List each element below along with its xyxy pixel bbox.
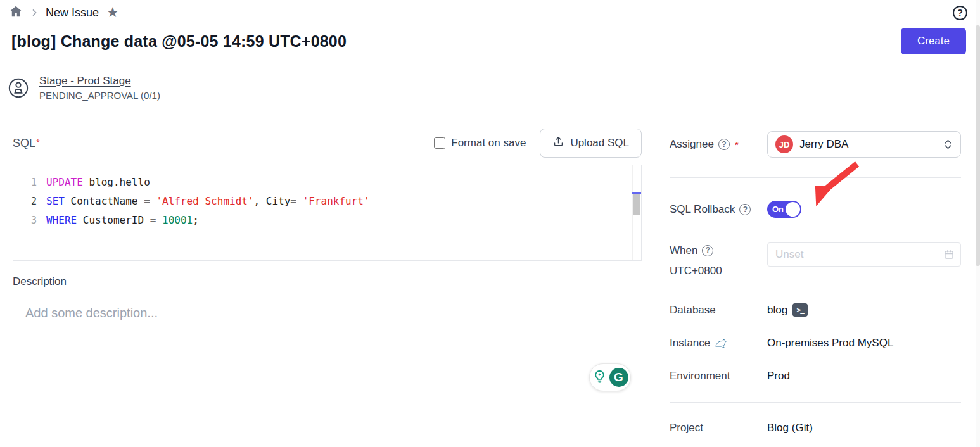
assignee-help-icon[interactable]: ?	[718, 139, 730, 150]
line-number: 1	[13, 173, 46, 192]
when-label: When ? UTC+0800	[670, 242, 767, 279]
stage-link[interactable]: Stage - Prod Stage	[39, 75, 160, 87]
sql-rollback-label: SQL Rollback ?	[670, 203, 767, 216]
stage-status-link[interactable]: PENDING_APPROVAL	[39, 90, 138, 101]
code-text: SET ContactName = 'Alfred Schmidt', City…	[46, 192, 370, 211]
toggle-knob	[786, 202, 800, 217]
instance-value: On-premises Prod MySQL	[767, 337, 893, 349]
upload-sql-label: Upload SQL	[570, 137, 629, 149]
calendar-icon	[943, 249, 955, 263]
suggestion-bulb-icon	[592, 369, 607, 386]
database-value[interactable]: blog	[767, 304, 787, 317]
project-row: Project Blog (Git)	[670, 422, 961, 434]
editor-scrollbar-thumb[interactable]	[633, 194, 640, 215]
assignee-value: Jerry DBA	[799, 138, 937, 151]
required-mark: *	[735, 139, 739, 150]
assignee-label: Assignee ? *	[670, 138, 767, 151]
mysql-dolphin-icon	[715, 337, 729, 349]
assignee-select[interactable]: JD Jerry DBA	[767, 131, 961, 158]
annotation-arrow-icon	[795, 161, 865, 213]
issue-sidebar: Assignee ? * JD Jerry DBA SQL Rollback ?…	[659, 110, 980, 436]
format-on-save-checkbox[interactable]: Format on save	[434, 137, 526, 149]
description-input[interactable]: Add some description...	[25, 306, 642, 320]
assignee-row: Assignee ? * JD Jerry DBA	[670, 131, 961, 158]
when-timezone: UTC+0800	[670, 263, 767, 279]
when-datetime-input[interactable]	[767, 242, 961, 267]
sql-label: SQL*	[13, 137, 40, 150]
code-text: UPDATE blog.hello	[46, 173, 150, 192]
line-number: 3	[13, 211, 46, 230]
environment-value: Prod	[767, 370, 790, 382]
sql-rollback-toggle[interactable]: On	[767, 201, 801, 218]
editor-scrollbar	[632, 165, 641, 260]
database-label: Database	[670, 304, 767, 317]
help-icon[interactable]: ?	[953, 6, 967, 20]
issue-main-panel: SQL* Format on save Upload SQL 1UPDATE b…	[0, 110, 659, 436]
code-lines: 1UPDATE blog.hello2SET ContactName = 'Al…	[13, 165, 641, 230]
sql-editor[interactable]: 1UPDATE blog.hello2SET ContactName = 'Al…	[13, 165, 642, 261]
format-on-save-input[interactable]	[434, 137, 445, 149]
page-scrollbar	[976, 0, 980, 447]
sidebar-divider	[670, 402, 961, 403]
code-line[interactable]: 1UPDATE blog.hello	[13, 173, 641, 192]
grammarly-icon: G	[609, 368, 628, 387]
format-on-save-label: Format on save	[451, 137, 526, 149]
page-scrollbar-thumb[interactable]	[976, 25, 980, 266]
upload-icon	[552, 135, 564, 151]
title-row: [blog] Change data @05-05 14:59 UTC+0800…	[0, 23, 980, 66]
rollback-help-icon[interactable]: ?	[739, 204, 751, 215]
star-icon[interactable]: ★	[106, 6, 119, 20]
when-row: When ? UTC+0800	[670, 242, 961, 279]
description-label: Description	[13, 275, 642, 288]
code-line[interactable]: 3WHERE CustomerID = 10001;	[13, 211, 641, 230]
stage-status: PENDING_APPROVAL (0/1)	[39, 90, 160, 101]
page-title: [blog] Change data @05-05 14:59 UTC+0800	[11, 32, 347, 51]
assignee-avatar: JD	[775, 135, 793, 153]
line-number: 2	[13, 192, 46, 211]
grammarly-widget[interactable]: G	[589, 363, 631, 391]
assignee-avatar-icon	[8, 77, 29, 99]
stage-progress: (0/1)	[141, 90, 160, 101]
code-line[interactable]: 2SET ContactName = 'Alfred Schmidt', Cit…	[13, 192, 641, 211]
sidebar-divider	[670, 177, 961, 178]
when-help-icon[interactable]: ?	[702, 245, 713, 256]
home-icon[interactable]	[9, 4, 23, 21]
sql-console-icon[interactable]: >_	[792, 303, 808, 317]
toggle-state-label: On	[772, 205, 784, 214]
upload-sql-button[interactable]: Upload SQL	[540, 129, 642, 158]
breadcrumb: New Issue ★ ?	[0, 0, 980, 23]
environment-row: Environment Prod	[670, 370, 961, 382]
chevron-right-icon	[29, 8, 39, 18]
required-mark: *	[36, 137, 40, 148]
database-row: Database blog >_	[670, 303, 961, 317]
stage-section: Stage - Prod Stage PENDING_APPROVAL (0/1…	[0, 66, 980, 110]
chevron-updown-icon	[943, 139, 953, 150]
environment-label: Environment	[670, 370, 767, 382]
project-value: Blog (Git)	[767, 422, 813, 434]
instance-row: Instance On-premises Prod MySQL	[670, 337, 961, 349]
project-label: Project	[670, 422, 767, 434]
breadcrumb-current: New Issue	[46, 6, 99, 20]
code-text: WHERE CustomerID = 10001;	[46, 211, 199, 230]
sql-rollback-row: SQL Rollback ? On	[670, 201, 961, 218]
create-button[interactable]: Create	[901, 28, 966, 54]
instance-label: Instance	[670, 337, 767, 349]
